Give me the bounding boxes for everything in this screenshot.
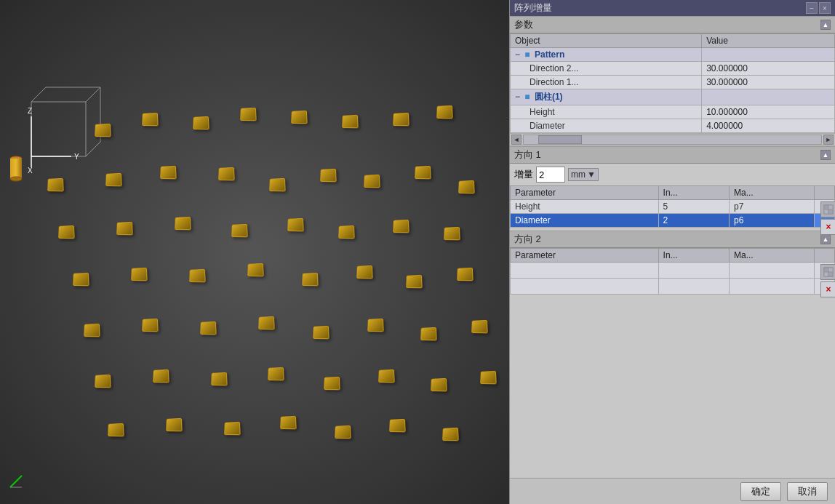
increment-input[interactable] [536, 167, 565, 183]
box-object-16 [458, 180, 475, 194]
params-cylinder-value [702, 89, 835, 105]
box-object-19 [175, 217, 191, 231]
box-object-18 [116, 222, 133, 236]
svg-text:Y: Y [74, 153, 79, 161]
params-scrollbar[interactable]: ◄ ► [510, 133, 835, 146]
box-object-35 [200, 321, 217, 335]
svg-rect-23 [828, 205, 833, 209]
dir1-col-in: In... [658, 186, 729, 200]
box-object-37 [313, 326, 329, 340]
box-object-0 [95, 124, 111, 137]
box-object-3 [240, 108, 257, 121]
params-pattern-value [702, 48, 835, 62]
box-object-13 [320, 169, 337, 183]
dir1-diameter-ma: p6 [729, 214, 814, 228]
dir1-table: Parameter In... Ma... Height 5 p7 Diamet [510, 185, 835, 228]
pattern-icon: ■ [524, 49, 530, 60]
scroll-thumb[interactable] [538, 135, 582, 144]
params-row-dir2: Direction 2... 30.000000 [511, 62, 835, 76]
dir1-side-buttons: × [820, 201, 835, 235]
ok-button[interactable]: 确定 [740, 482, 781, 501]
box-object-50 [166, 418, 183, 432]
params-diameter-value: 4.000000 [702, 119, 835, 133]
dir1-add-button[interactable] [820, 201, 835, 217]
dir1-col-param: Parameter [511, 186, 659, 200]
dir1-remove-button[interactable]: × [820, 219, 835, 235]
cancel-button[interactable]: 取消 [787, 482, 828, 501]
svg-rect-17 [10, 159, 22, 179]
box-object-2 [193, 116, 209, 130]
box-object-10 [160, 166, 177, 180]
dir2-add-button[interactable] [820, 264, 835, 280]
dir2-col-in: In... [658, 249, 729, 263]
scroll-track[interactable] [523, 135, 822, 145]
minimize-button[interactable]: − [806, 2, 818, 14]
scroll-right-arrow[interactable]: ► [823, 135, 834, 145]
params-row-height: Height 10.000000 [511, 105, 835, 119]
unit-display: mm ▼ [568, 168, 599, 181]
svg-rect-27 [824, 268, 828, 272]
params-section: Object Value − ■ Pattern Direction 2... … [510, 33, 835, 146]
params-diameter-label: Diameter [511, 119, 702, 133]
dir1-section-label: 方向 1 [514, 148, 541, 161]
params-cylinder-label: − ■ 圆柱(1) [511, 89, 702, 105]
dir2-remove-button[interactable]: × [820, 281, 835, 297]
box-object-45 [324, 377, 340, 391]
dir2-collapse-btn[interactable]: ▲ [820, 234, 831, 244]
box-object-17 [58, 225, 75, 239]
params-height-value: 10.000000 [702, 105, 835, 119]
dir2-empty2-col1 [511, 279, 659, 295]
minus-icon: − [515, 49, 520, 60]
dir1-collapse-btn[interactable]: ▲ [820, 150, 831, 160]
box-object-44 [268, 367, 284, 381]
box-object-21 [287, 218, 304, 232]
box-object-36 [258, 316, 275, 330]
params-section-header: 参数 ▲ [510, 16, 835, 33]
dir1-diameter-label: Diameter [511, 214, 659, 228]
svg-text:X: X [28, 167, 33, 175]
box-object-51 [224, 422, 241, 436]
box-object-22 [338, 225, 355, 239]
svg-rect-25 [828, 209, 833, 214]
unit-dropdown-arrow[interactable]: ▼ [587, 169, 596, 180]
panel-header-buttons: − × [806, 2, 831, 14]
box-object-34 [142, 319, 159, 332]
box-object-32 [457, 268, 474, 281]
svg-line-5 [86, 87, 100, 102]
svg-point-18 [10, 177, 22, 181]
cylinder-icon: ■ [524, 92, 530, 102]
box-object-8 [47, 178, 64, 192]
svg-line-4 [31, 87, 46, 102]
incr-label: 增量 [514, 168, 533, 181]
dir2-table-wrapper: Parameter In... Ma... [510, 248, 835, 295]
dir1-row-height[interactable]: Height 5 p7 [511, 200, 835, 214]
params-section-label: 参数 [514, 18, 533, 31]
scroll-left-arrow[interactable]: ◄ [511, 135, 522, 145]
unit-text: mm [571, 169, 586, 180]
box-object-24 [444, 227, 460, 241]
box-object-31 [406, 275, 423, 289]
dir2-section-header: 方向 2 ▲ [510, 231, 835, 248]
dir2-side-buttons: × [820, 264, 835, 297]
box-object-55 [442, 428, 459, 441]
svg-rect-28 [828, 268, 833, 272]
dir1-col-ma: Ma... [729, 186, 814, 200]
close-button[interactable]: × [819, 2, 831, 14]
params-pattern-text: Pattern [535, 49, 564, 60]
svg-line-8 [86, 142, 100, 156]
svg-text:Z: Z [28, 107, 32, 115]
dir2-section-label: 方向 2 [514, 233, 541, 246]
dir1-table-wrapper: Parameter In... Ma... Height 5 p7 Diamet [510, 185, 835, 228]
box-object-6 [393, 113, 409, 127]
box-object-30 [356, 265, 373, 279]
dir1-height-ma: p7 [729, 200, 814, 214]
box-object-48 [480, 371, 497, 385]
box-object-46 [378, 369, 395, 383]
direction2-section: Parameter In... Ma... [510, 248, 835, 295]
params-collapse-btn[interactable]: ▲ [820, 20, 831, 30]
dir1-row-diameter[interactable]: Diameter 2 p6 [511, 214, 835, 228]
box-object-49 [108, 423, 124, 437]
svg-rect-30 [828, 272, 833, 276]
dir2-empty2-col2 [658, 279, 729, 295]
params-row-pattern: − ■ Pattern [511, 48, 835, 62]
